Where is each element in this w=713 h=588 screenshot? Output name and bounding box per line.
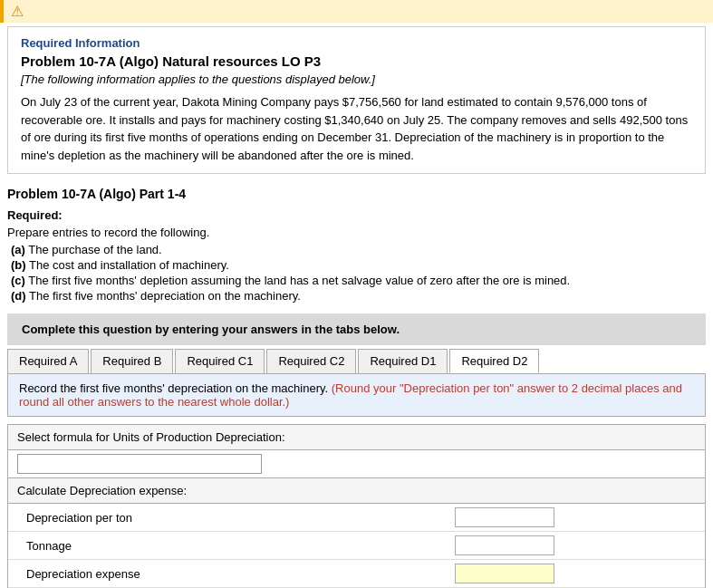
prepare-text: Prepare entries to record the following.	[7, 226, 706, 239]
tab-required-d2[interactable]: Required D2	[449, 349, 539, 373]
record-box: Record the first five months' depreciati…	[7, 374, 706, 417]
list-item: (c) The first five months' depletion ass…	[11, 274, 706, 287]
tab-required-b[interactable]: Required B	[91, 349, 173, 373]
formula-header: Select formula for Units of Production D…	[8, 425, 705, 450]
tab-required-c1[interactable]: Required C1	[175, 349, 265, 373]
tab-required-a[interactable]: Required A	[7, 349, 89, 373]
warning-icon: ⚠	[11, 5, 24, 19]
row-label-depreciation-per-ton: Depreciation per ton	[8, 504, 446, 532]
section-title: Problem 10-7A (Algo) Part 1-4	[7, 187, 706, 201]
problem-body: On July 23 of the current year, Dakota M…	[21, 93, 692, 164]
depreciation-per-ton-input[interactable]	[455, 507, 554, 527]
list-item: (b) The cost and installation of machine…	[11, 258, 706, 272]
item-key-a: (a)	[11, 243, 25, 256]
calc-table: Depreciation per ton Tonnage Depreciatio…	[8, 504, 705, 588]
row-input-depreciation-expense	[446, 560, 705, 588]
list-item: (d) The first five months' depreciation …	[11, 289, 706, 303]
row-input-tonnage	[446, 532, 705, 560]
list-item: (a) The purchase of the land.	[11, 243, 706, 256]
row-label-tonnage: Tonnage	[8, 532, 446, 560]
item-key-d: (d)	[11, 289, 26, 303]
table-row: Depreciation expense	[8, 560, 705, 588]
problem-subtitle: [The following information applies to th…	[21, 72, 692, 86]
tab-required-d1[interactable]: Required D1	[358, 349, 448, 373]
required-info-label: Required Information	[21, 36, 692, 50]
problem-title: Problem 10-7A (Algo) Natural resources L…	[21, 53, 692, 69]
record-text: Record the first five months' depreciati…	[19, 381, 682, 409]
info-box: Required Information Problem 10-7A (Algo…	[7, 26, 706, 174]
table-row: Tonnage	[8, 532, 705, 560]
depreciation-expense-input[interactable]	[455, 564, 554, 583]
row-label-depreciation-expense: Depreciation expense	[8, 560, 446, 588]
warning-bar: ⚠	[0, 0, 713, 23]
tonnage-input[interactable]	[455, 535, 554, 555]
tabs-row: Required A Required B Required C1 Requir…	[7, 349, 706, 374]
record-text-main: Record the first five months' depreciati…	[19, 381, 328, 395]
required-label: Required:	[7, 208, 706, 222]
formula-input[interactable]	[17, 454, 262, 474]
formula-input-row	[8, 450, 705, 477]
formula-section: Select formula for Units of Production D…	[7, 424, 706, 478]
required-list: (a) The purchase of the land. (b) The co…	[11, 243, 706, 303]
item-key-c: (c)	[11, 274, 25, 287]
table-row: Depreciation per ton	[8, 504, 705, 532]
tab-required-c2[interactable]: Required C2	[266, 349, 356, 373]
item-key-b: (b)	[11, 258, 26, 272]
calc-header: Calculate Depreciation expense:	[8, 478, 705, 504]
row-input-depreciation-per-ton	[446, 504, 705, 532]
calc-section: Calculate Depreciation expense: Deprecia…	[7, 478, 706, 588]
required-section: Required: Prepare entries to record the …	[7, 208, 706, 303]
complete-banner: Complete this question by entering your …	[7, 313, 706, 345]
